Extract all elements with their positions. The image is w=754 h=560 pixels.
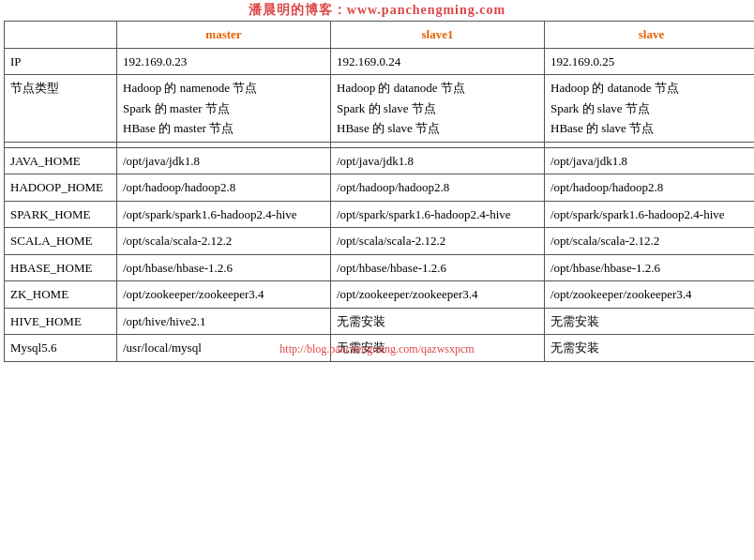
header-master-cell: master: [117, 22, 331, 49]
row-value-col3: 无需安装: [545, 308, 755, 335]
table-row: HIVE_HOME/opt/hive/hive2.1无需安装无需安装: [5, 308, 755, 335]
row-value-col2: Hadoop 的 datanode 节点Spark 的 slave 节点HBas…: [331, 75, 545, 143]
slave-host: slave: [639, 27, 664, 41]
node-type-line: Spark 的 slave 节点: [550, 99, 752, 118]
row-value-col3: 无需安装: [545, 335, 755, 362]
row-value-col1: /opt/zookeeper/zookeeper3.4: [117, 281, 331, 309]
row-value-col1: /opt/java/jdk1.8: [117, 147, 331, 174]
header-slave1-cell: slave1: [331, 22, 545, 49]
row-value-col2: 无需安装: [331, 308, 545, 335]
row-label: HADOOP_HOME: [5, 174, 117, 202]
row-label: SCALA_HOME: [5, 228, 117, 255]
table-row: ZK_HOME/opt/zookeeper/zookeeper3.4/opt/z…: [5, 281, 755, 309]
row-value-col3: /opt/scala/scala-2.12.2: [545, 228, 755, 255]
row-value-col1: /usr/local/mysql: [117, 335, 331, 362]
row-value-col3: 192.169.0.25: [545, 48, 755, 75]
node-type-line: Spark 的 slave 节点: [337, 99, 538, 118]
row-value-col3: /opt/zookeeper/zookeeper3.4: [545, 281, 755, 309]
config-table: master slave1 slave IP192.169.0.23192.16…: [4, 21, 754, 362]
row-value-col2: /opt/zookeeper/zookeeper3.4: [331, 281, 545, 309]
row-value-col1: 192.169.0.23: [117, 48, 331, 75]
row-value-col3: Hadoop 的 datanode 节点Spark 的 slave 节点HBas…: [545, 75, 755, 143]
row-value-col2: /opt/scala/scala-2.12.2: [331, 228, 545, 255]
node-type-line: Hadoop 的 datanode 节点: [550, 79, 752, 98]
row-value-col2: /opt/java/jdk1.8: [331, 147, 545, 174]
row-value-col2: /opt/hadoop/hadoop2.8: [331, 174, 545, 202]
row-value-col2: /opt/hbase/hbase-1.2.6: [331, 254, 545, 281]
row-value-col2: 无需安装: [331, 335, 545, 362]
table-row: HADOOP_HOME/opt/hadoop/hadoop2.8/opt/had…: [5, 174, 755, 202]
header-row: master slave1 slave: [5, 22, 755, 49]
row-value-col3: /opt/hbase/hbase-1.2.6: [545, 254, 755, 281]
row-label: Mysql5.6: [5, 335, 117, 362]
watermark-top: 潘晨明的博客：www.panchengming.com: [0, 2, 754, 19]
node-type-line: HBase 的 master 节点: [123, 119, 324, 138]
row-value-col1: /opt/hadoop/hadoop2.8: [117, 174, 331, 202]
node-type-line: HBase 的 slave 节点: [550, 119, 752, 138]
row-value-col1: Hadoop 的 namenode 节点Spark 的 master 节点HBa…: [117, 75, 331, 143]
row-value-col2: 192.169.0.24: [331, 48, 545, 75]
row-label: ZK_HOME: [5, 281, 117, 309]
table-row: Mysql5.6/usr/local/mysql无需安装无需安装: [5, 335, 755, 362]
table-row: IP192.169.0.23192.169.0.24192.169.0.25: [5, 48, 755, 75]
table-row: 节点类型Hadoop 的 namenode 节点Spark 的 master 节…: [5, 75, 755, 143]
row-value-col3: /opt/spark/spark1.6-hadoop2.4-hive: [545, 201, 755, 228]
node-type-line: HBase 的 slave 节点: [337, 119, 538, 138]
table-row: JAVA_HOME/opt/java/jdk1.8/opt/java/jdk1.…: [5, 147, 755, 174]
table-row: SPARK_HOME/opt/spark/spark1.6-hadoop2.4-…: [5, 201, 755, 228]
row-value-col1: /opt/scala/scala-2.12.2: [117, 228, 331, 255]
row-value-col1: /opt/hbase/hbase-1.2.6: [117, 254, 331, 281]
row-label: HBASE_HOME: [5, 254, 117, 281]
node-type-line: Hadoop 的 namenode 节点: [123, 79, 324, 98]
row-label: HIVE_HOME: [5, 308, 117, 335]
header-label-cell: [5, 22, 117, 49]
row-value-col1: /opt/spark/spark1.6-hadoop2.4-hive: [117, 201, 331, 228]
table-row: SCALA_HOME/opt/scala/scala-2.12.2/opt/sc…: [5, 228, 755, 255]
row-value-col3: /opt/hadoop/hadoop2.8: [545, 174, 755, 202]
header-slave-cell: slave: [545, 22, 755, 49]
row-value-col3: /opt/java/jdk1.8: [545, 147, 755, 174]
row-label: 节点类型: [5, 75, 117, 143]
slave1-host: slave1: [422, 27, 454, 41]
row-label: SPARK_HOME: [5, 201, 117, 228]
node-type-line: Spark 的 master 节点: [123, 99, 324, 118]
master-host: master: [205, 27, 241, 41]
row-label: IP: [5, 48, 117, 75]
row-label: JAVA_HOME: [5, 147, 117, 174]
node-type-line: Hadoop 的 datanode 节点: [337, 79, 538, 98]
table-row: HBASE_HOME/opt/hbase/hbase-1.2.6/opt/hba…: [5, 254, 755, 281]
row-value-col1: /opt/hive/hive2.1: [117, 308, 331, 335]
main-container: 潘晨明的博客：www.panchengming.com master slave…: [0, 0, 754, 366]
row-value-col2: /opt/spark/spark1.6-hadoop2.4-hive: [331, 201, 545, 228]
